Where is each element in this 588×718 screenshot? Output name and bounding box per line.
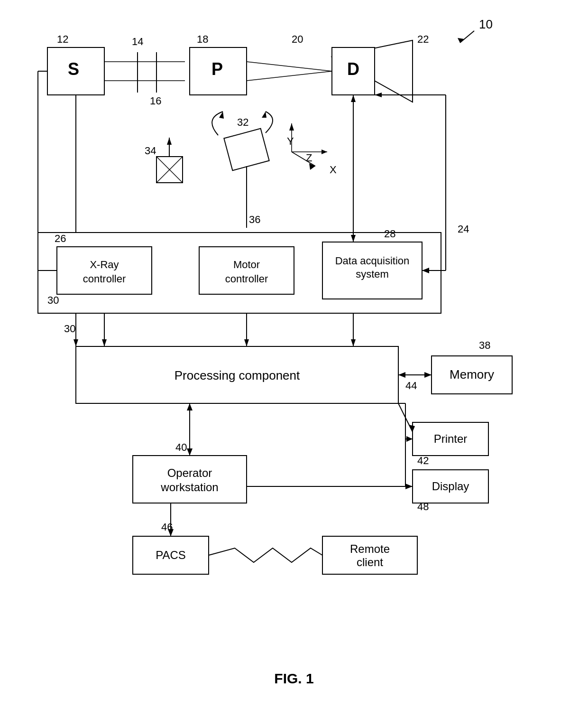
motor-ctrl-label1: Motor	[233, 259, 260, 270]
ref-40: 40	[175, 441, 187, 453]
ref-44: 44	[405, 380, 417, 392]
ref-32: 32	[237, 116, 248, 128]
ref-36: 36	[249, 214, 260, 225]
operator-ws-label2: workstation	[160, 481, 218, 494]
ref-30: 30	[47, 294, 59, 306]
remote-client-box	[322, 536, 417, 574]
ref-28: 28	[384, 228, 395, 240]
motor-controller-box	[199, 247, 294, 294]
axis-y: Y	[287, 135, 294, 147]
das-label1: Data acquisition	[335, 255, 410, 267]
remote-client-label2: client	[357, 556, 383, 569]
ref-30-pos: 30	[64, 323, 75, 335]
ref-26: 26	[55, 233, 66, 244]
diagram-container: 10 S 12 P 18 D 22 20 14 16	[0, 0, 588, 718]
ref-18: 18	[197, 33, 208, 45]
processing-label: Processing component	[175, 368, 300, 382]
xray-controller-box	[57, 247, 152, 294]
display-label: Display	[432, 480, 469, 493]
axis-x: X	[330, 164, 337, 176]
source-label: S	[68, 59, 79, 79]
ref-12: 12	[57, 33, 68, 45]
printer-label: Printer	[434, 432, 468, 445]
remote-client-label1: Remote	[350, 542, 390, 555]
pacs-label: PACS	[156, 549, 186, 561]
ref-38: 38	[479, 339, 490, 351]
operator-ws-box	[133, 456, 247, 503]
ref-14: 14	[132, 36, 143, 47]
ref-34: 34	[145, 145, 156, 157]
ref-24: 24	[458, 223, 469, 235]
ref-22: 22	[417, 33, 429, 45]
figure-ref-10: 10	[479, 17, 493, 31]
ref-42: 42	[417, 455, 429, 466]
fig-caption: FIG. 1	[274, 671, 313, 686]
operator-ws-label1: Operator	[167, 466, 212, 479]
das-label2: system	[356, 268, 389, 280]
ref-48: 48	[417, 501, 429, 513]
detector-label: D	[347, 59, 359, 79]
ref-16: 16	[150, 95, 161, 107]
polarizer-label: P	[211, 59, 223, 79]
motor-ctrl-label2: controller	[225, 273, 268, 285]
memory-label: Memory	[450, 367, 494, 382]
xray-ctrl-label2: controller	[83, 273, 126, 285]
ref-20: 20	[292, 33, 303, 45]
xray-ctrl-label1: X-Ray	[90, 259, 119, 270]
